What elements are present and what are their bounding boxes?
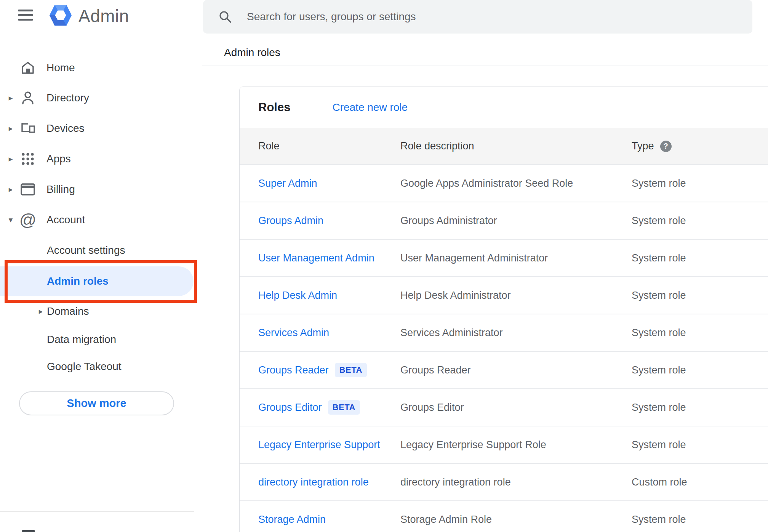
sidebar-item-label: Domains	[47, 305, 89, 317]
sidebar-item-label: Google Takeout	[47, 361, 122, 373]
column-header-description: Role description	[400, 140, 632, 152]
create-new-role-link[interactable]: Create new role	[332, 101, 408, 114]
role-link[interactable]: Groups Admin	[258, 215, 323, 227]
admin-hexagon-icon	[49, 3, 72, 29]
header-divider	[202, 66, 768, 66]
sidebar-item-label: Data migration	[47, 333, 116, 346]
app-logo: Admin	[49, 3, 133, 29]
role-description: Groups Editor	[400, 402, 632, 413]
sidebar-item-label: Account	[46, 214, 85, 226]
role-type: System role	[632, 327, 768, 339]
role-description: Google Apps Administrator Seed Role	[400, 178, 632, 189]
clipped-bottom-icon	[22, 530, 35, 532]
beta-badge: BETA	[328, 400, 360, 415]
sidebar-item-label: Billing	[46, 183, 75, 195]
role-type: System role	[632, 252, 768, 264]
role-link[interactable]: Help Desk Admin	[258, 290, 337, 301]
sidebar-item-directory[interactable]: ▸ Directory	[0, 87, 195, 109]
table-row: Storage Admin Storage Admin Role System …	[240, 500, 768, 532]
role-link[interactable]: Super Admin	[258, 178, 317, 189]
role-type: System role	[632, 215, 768, 227]
sidebar-item-apps[interactable]: ▸ Apps	[0, 148, 195, 170]
table-header-row: Role Role description Type ?	[240, 128, 768, 164]
role-type: System role	[632, 290, 768, 301]
role-description: Help Desk Administrator	[400, 290, 632, 301]
table-row: Super Admin Google Apps Administrator Se…	[240, 164, 768, 202]
table-row: Groups Reader BETA Groups Reader System …	[240, 351, 768, 388]
roles-title: Roles	[258, 101, 290, 114]
sidebar-item-label: Account settings	[47, 244, 125, 256]
home-icon	[20, 59, 36, 76]
sidebar-bottom-divider	[0, 511, 194, 512]
sidebar-item-home[interactable]: Home	[0, 57, 195, 79]
caret-right-icon[interactable]: ▸	[6, 124, 15, 133]
search-input[interactable]: Search for users, groups or settings	[247, 0, 416, 34]
role-link[interactable]: Groups Editor	[258, 402, 322, 413]
caret-right-icon[interactable]: ▸	[6, 93, 15, 103]
role-type: System role	[632, 439, 768, 451]
sidebar-item-label: Home	[46, 62, 75, 74]
table-row: Legacy Enterprise Support Legacy Enterpr…	[240, 426, 768, 463]
role-description: User Management Administrator	[400, 252, 632, 264]
sidebar-item-label: Devices	[46, 122, 85, 135]
role-link[interactable]: Services Admin	[258, 327, 329, 339]
role-description: Groups Reader	[400, 364, 632, 376]
help-icon[interactable]: ?	[660, 141, 672, 152]
sidebar-item-account[interactable]: ▾ @ Account	[0, 209, 195, 231]
caret-right-icon[interactable]: ▸	[36, 307, 45, 316]
table-row: Services Admin Services Administrator Sy…	[240, 314, 768, 351]
show-more-button[interactable]: Show more	[19, 391, 174, 415]
column-header-role: Role	[258, 140, 400, 152]
annotation-red-box	[5, 260, 197, 303]
search-icon	[218, 10, 232, 24]
sidebar-item-devices[interactable]: ▸ Devices	[0, 118, 195, 139]
role-link[interactable]: User Management Admin	[258, 252, 374, 264]
caret-right-icon[interactable]: ▸	[6, 185, 15, 194]
sidebar-item-data-migration[interactable]: Data migration	[0, 329, 195, 350]
role-description: Legacy Enterprise Support Role	[400, 439, 632, 451]
sidebar: Admin Home ▸ Directory ▸	[0, 0, 202, 532]
sidebar-item-account-settings[interactable]: Account settings	[0, 240, 195, 261]
app-title: Admin	[78, 6, 129, 26]
table-row: User Management Admin User Management Ad…	[240, 239, 768, 276]
roles-card-header: Roles Create new role	[240, 87, 768, 128]
role-type: System role	[632, 402, 768, 413]
role-link[interactable]: Storage Admin	[258, 514, 326, 526]
caret-right-icon[interactable]: ▸	[6, 154, 15, 163]
menu-hamburger-icon[interactable]	[18, 10, 34, 21]
role-type: System role	[632, 514, 768, 526]
show-more-label: Show more	[67, 397, 126, 410]
role-link[interactable]: Legacy Enterprise Support	[258, 439, 380, 451]
role-description: Groups Administrator	[400, 215, 632, 227]
caret-down-icon[interactable]: ▾	[6, 215, 15, 224]
role-type: Custom role	[632, 476, 768, 488]
role-link[interactable]: directory integration role	[258, 476, 369, 488]
devices-icon	[20, 120, 36, 137]
table-row: Groups Admin Groups Administrator System…	[240, 202, 768, 239]
sidebar-item-domains[interactable]: ▸ Domains	[0, 301, 195, 322]
apps-grid-icon	[20, 151, 36, 167]
sidebar-item-billing[interactable]: ▸ Billing	[0, 179, 195, 200]
person-icon	[20, 90, 36, 106]
table-row: Groups Editor BETA Groups Editor System …	[240, 388, 768, 426]
sidebar-item-google-takeout[interactable]: Google Takeout	[0, 356, 195, 377]
breadcrumb: Admin roles	[224, 46, 280, 59]
sidebar-item-label: Directory	[46, 92, 89, 104]
roles-card: Roles Create new role Role Role descript…	[239, 87, 768, 532]
role-type: System role	[632, 178, 768, 189]
role-description: Storage Admin Role	[400, 514, 632, 526]
sidebar-item-label: Apps	[46, 153, 71, 165]
role-type: System role	[632, 364, 768, 376]
role-description: directory integration role	[400, 476, 632, 488]
table-row: Help Desk Admin Help Desk Administrator …	[240, 276, 768, 314]
table-row: directory integration role directory int…	[240, 463, 768, 500]
column-header-type: Type	[632, 140, 654, 152]
beta-badge: BETA	[335, 363, 367, 377]
role-description: Services Administrator	[400, 327, 632, 339]
role-link[interactable]: Groups Reader	[258, 364, 329, 376]
at-sign-icon: @	[20, 212, 36, 228]
billing-card-icon	[20, 181, 36, 198]
search-bar[interactable]: Search for users, groups or settings	[203, 0, 752, 34]
